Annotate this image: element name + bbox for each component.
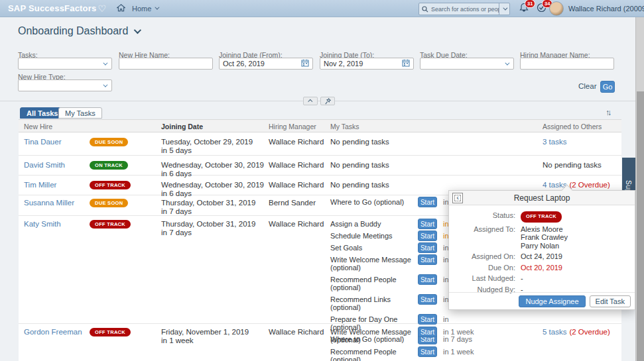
- joining-date-to-picker[interactable]: Nov 2, 2019: [320, 58, 414, 70]
- page-title[interactable]: Onboarding Dashboard: [18, 25, 139, 37]
- due-on-value: Oct 20, 2019: [521, 264, 562, 272]
- notifications-button[interactable]: 31: [519, 3, 529, 15]
- table-row: David Smith ON TRACK Wednesday, October …: [19, 156, 621, 176]
- new-hire-link[interactable]: Tina Dauer: [24, 138, 61, 146]
- hiring-manager-cell: Wallace Richard: [269, 220, 324, 228]
- status-badge: DUE SOON: [90, 137, 128, 146]
- my-tasks-cell: Write Welcome Message (optional) Start i…: [330, 328, 549, 361]
- assigned-on-label: Assigned On:: [449, 252, 515, 261]
- start-task-button[interactable]: Start: [418, 231, 437, 241]
- chevron-down-icon: [103, 82, 107, 87]
- todo-button[interactable]: 34: [537, 3, 547, 15]
- assigned-others-cell: 4 tasks(2 Overdue): [543, 181, 610, 189]
- calendar-icon[interactable]: [301, 59, 309, 68]
- start-task-button[interactable]: Start: [418, 254, 437, 265]
- start-task-button[interactable]: Start: [418, 274, 437, 285]
- assigned-others-cell: 5 tasks(2 Overdue): [543, 328, 610, 336]
- chevron-up-icon: [308, 99, 312, 104]
- joining-date-from-picker[interactable]: Oct 26, 2019: [219, 58, 313, 70]
- tab-my-tasks[interactable]: My Tasks: [58, 107, 102, 119]
- vertical-scrollbar[interactable]: [635, 17, 644, 361]
- start-task-button[interactable]: Start: [418, 294, 437, 305]
- chevron-down-icon: [155, 5, 160, 10]
- top-bar: SAP SuccessFactors ♡ Home Search for act…: [0, 0, 644, 17]
- joining-date-cell: Thursday, October 31, 2019in 7 days: [161, 220, 255, 236]
- table-header-row: New Hire Joining Date Hiring Manager My …: [19, 119, 621, 132]
- back-button[interactable]: ‹: [452, 193, 463, 203]
- new-hire-link[interactable]: Gordon Freeman: [24, 328, 82, 336]
- task-due-date-select[interactable]: [420, 58, 514, 70]
- start-task-button[interactable]: Start: [418, 197, 437, 207]
- joining-date-cell: Friday, November 1, 2019in 1 week: [161, 328, 249, 344]
- col-header-hiring-manager[interactable]: Hiring Manager: [269, 123, 316, 130]
- task-item: Recommend People (optional) Start in 1 w…: [330, 348, 549, 361]
- chevron-down-icon: [505, 60, 509, 65]
- hiring-manager-cell: Wallace Richard: [269, 181, 324, 189]
- nudge-assignee-button[interactable]: Nudge Assignee: [519, 295, 585, 307]
- pin-filters-button[interactable]: [320, 97, 335, 105]
- search-bar[interactable]: Search for actions or people: [419, 3, 510, 15]
- new-hire-link[interactable]: Susanna Miller: [24, 199, 74, 207]
- go-button[interactable]: Go: [600, 81, 615, 93]
- my-tasks-cell: No pending tasks: [330, 138, 389, 146]
- col-header-joining-date[interactable]: Joining Date: [161, 123, 203, 130]
- my-tasks-cell: No pending tasks: [330, 161, 389, 169]
- tasks-count-link[interactable]: 5 tasks: [543, 328, 566, 336]
- heart-icon: ♡: [97, 3, 106, 14]
- tasks-filter-select[interactable]: [18, 58, 112, 70]
- search-icon: [422, 3, 428, 15]
- status-badge: OFF TRACK: [90, 180, 131, 189]
- task-detail-popup: ‹ Request Laptop Status: OFF TRACK Assig…: [448, 190, 635, 310]
- col-header-assigned-others[interactable]: Assigned to Others: [543, 123, 602, 130]
- onboarding-dashboard-screen: SAP SuccessFactors ♡ Home Search for act…: [0, 0, 644, 361]
- assigned-on-value: Oct 24, 2019: [521, 252, 562, 261]
- col-header-new-hire[interactable]: New Hire: [24, 123, 52, 130]
- assigned-others-cell: 3 tasks: [543, 138, 566, 146]
- status-value: OFF TRACK: [521, 211, 562, 223]
- hiring-manager-cell: Wallace Richard: [269, 138, 324, 146]
- filter-divider: [0, 101, 635, 101]
- sort-icon[interactable]: ↑↓: [606, 108, 610, 117]
- scrollbar-thumb[interactable]: [637, 91, 644, 361]
- new-hire-link[interactable]: Katy Smith: [24, 220, 61, 228]
- calendar-icon[interactable]: [402, 59, 410, 68]
- user-menu[interactable]: Wallace Richard (200099): [568, 5, 644, 13]
- new-hire-name-input[interactable]: [119, 58, 212, 69]
- joining-date-cell: Thursday, October 31, 2019in 7 days: [161, 199, 255, 215]
- assigned-to-value: Alexis Moore Frank Crawley Parry Nolan: [521, 225, 568, 250]
- popup-footer: Nudge Assignee Edit Task: [449, 292, 635, 309]
- new-hire-name-field-wrap: [119, 58, 213, 70]
- overdue-count: (2 Overdue): [569, 181, 610, 189]
- home-icon[interactable]: [117, 3, 125, 15]
- clear-button[interactable]: Clear: [578, 82, 596, 90]
- edit-task-button[interactable]: Edit Task: [590, 295, 631, 307]
- joining-date-cell: Tuesday, October 29, 2019in 5 days: [161, 138, 253, 154]
- assigned-others-cell: No pending tasks: [543, 161, 602, 169]
- new-hire-link[interactable]: Tim Miller: [24, 181, 56, 189]
- search-scope-dropdown[interactable]: [499, 3, 509, 15]
- table-row: Gordon Freeman OFF TRACK Friday, Novembe…: [19, 324, 621, 361]
- start-task-button[interactable]: Start: [418, 219, 437, 229]
- start-task-button[interactable]: Start: [418, 327, 437, 337]
- new-hire-link[interactable]: David Smith: [24, 161, 65, 169]
- last-nudged-value: -: [521, 274, 523, 283]
- overdue-count: (2 Overdue): [569, 328, 610, 336]
- status-badge: OFF TRACK: [90, 327, 131, 336]
- start-task-button[interactable]: Start: [418, 242, 437, 253]
- new-hire-type-select[interactable]: [18, 79, 112, 91]
- collapse-filters-button[interactable]: [303, 97, 318, 105]
- status-badge: ON TRACK: [90, 160, 128, 170]
- col-header-my-tasks[interactable]: My Tasks: [330, 123, 359, 130]
- user-avatar[interactable]: [549, 1, 564, 16]
- chevron-down-icon: [134, 26, 141, 34]
- start-task-button[interactable]: Start: [418, 314, 437, 325]
- my-tasks-cell: No pending tasks: [330, 181, 389, 189]
- assigned-to-label: Assigned To:: [449, 225, 515, 250]
- start-task-button[interactable]: Start: [418, 346, 437, 357]
- hiring-manager-cell: Wallace Richard: [269, 161, 324, 169]
- hiring-manager-input[interactable]: [521, 58, 613, 69]
- task-item: Write Welcome Message (optional) Start i…: [330, 328, 549, 344]
- popup-header: ‹ Request Laptop: [449, 191, 635, 205]
- home-menu[interactable]: Home: [132, 5, 158, 13]
- tasks-count-link[interactable]: 3 tasks: [543, 138, 566, 146]
